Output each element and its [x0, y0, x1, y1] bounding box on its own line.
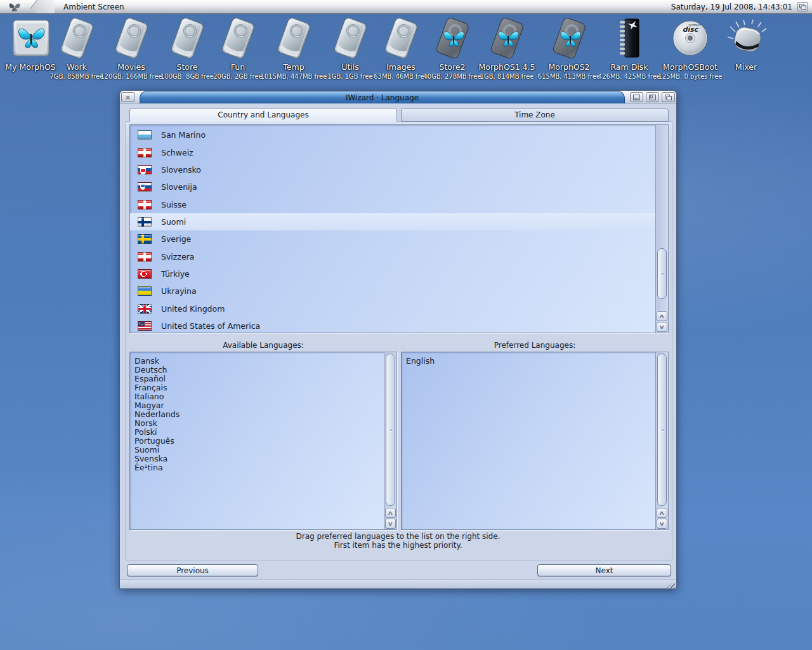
country-row-t-rkiye[interactable]: Türkiye	[130, 265, 655, 282]
language-item[interactable]: Español	[130, 375, 383, 383]
clock: Saturday, 19 Jul 2008, 14:43:01	[671, 3, 792, 11]
window-title-drag-area[interactable]: IWizard · Language	[140, 91, 625, 103]
usa-flag-icon	[138, 321, 152, 331]
desktop-icon-mixer[interactable]: Mixer	[698, 18, 794, 72]
available-scrollbar: ∧ ∨	[384, 352, 396, 529]
language-item[interactable]: English	[402, 357, 654, 366]
sweden-flag-icon	[138, 234, 152, 244]
country-row-suomi[interactable]: Suomi	[130, 213, 655, 230]
country-name: Ukrayina	[161, 286, 197, 296]
screen-title-bar[interactable]: Ambient Screen Saturday, 19 Jul 2008, 14…	[0, 0, 812, 14]
country-row-slovensko[interactable]: Slovensko	[130, 161, 655, 178]
swiss-flag-icon	[138, 200, 152, 209]
language-item[interactable]: Português	[130, 437, 383, 446]
turkey-flag-icon	[138, 269, 152, 279]
screen: Ambient Screen Saturday, 19 Jul 2008, 14…	[0, 0, 812, 650]
next-button[interactable]: Next	[537, 564, 671, 576]
scrollbar-thumb[interactable]	[657, 248, 667, 299]
scrollbar-track[interactable]	[657, 126, 667, 310]
country-name: Slovensko	[161, 165, 201, 175]
sanmarino-flag-icon	[138, 130, 152, 140]
swiss-flag-icon	[138, 252, 152, 262]
swiss-flag-icon	[138, 148, 152, 157]
drag-hint-line2: First item has the highest priority.	[120, 541, 676, 550]
language-item[interactable]: Magyar	[130, 401, 383, 410]
country-name: Suisse	[161, 200, 187, 209]
previous-button[interactable]: Previous	[127, 564, 258, 576]
country-name: Suomi	[161, 217, 186, 227]
close-icon[interactable]: ×	[121, 92, 134, 102]
country-row-svizzera[interactable]: Svizzera	[130, 248, 655, 265]
tab-label: Country and Languages	[218, 110, 308, 119]
tab-time-zone[interactable]: Time Zone	[401, 108, 669, 122]
preferred-languages-label: Preferred Languages:	[401, 341, 669, 350]
country-list: San MarinoSchweizSlovenskoSlovenijaSuiss…	[129, 124, 669, 333]
scrollbar-thumb[interactable]	[386, 354, 395, 506]
country-row-ukrayina[interactable]: Ukrayina	[130, 282, 655, 300]
country-row-united-kingdom[interactable]: United Kingdom	[130, 300, 655, 317]
language-item[interactable]: Italiano	[130, 392, 383, 401]
resize-gripper-icon[interactable]	[667, 581, 675, 588]
country-name: Sverige	[161, 234, 191, 244]
screenbar-divider	[29, 0, 55, 13]
country-name: United Kingdom	[161, 304, 225, 314]
language-item[interactable]: Deutsch	[130, 366, 383, 375]
country-row-san-marino[interactable]: San Marino	[130, 126, 655, 143]
country-row-united-states-of-america[interactable]: United States of America	[130, 317, 655, 333]
scroll-down-button[interactable]: ∨	[657, 322, 667, 332]
scrollbar-thumb[interactable]	[657, 354, 667, 506]
country-name: Türkiye	[161, 269, 190, 279]
tab-label: Time Zone	[514, 110, 555, 119]
iwizard-window: × IWizard · Language Country and Languag…	[119, 90, 677, 589]
available-languages-label: Available Languages:	[129, 341, 397, 350]
scrollbar-track[interactable]	[657, 353, 667, 507]
window-footer	[120, 580, 676, 588]
zoom-icon[interactable]	[646, 92, 659, 102]
scroll-up-button[interactable]: ∧	[385, 508, 396, 518]
country-name: San Marino	[161, 130, 206, 140]
language-item[interactable]: Dansk	[130, 357, 383, 366]
slovenia-flag-icon	[138, 182, 152, 192]
scroll-up-button[interactable]: ∧	[657, 508, 667, 518]
available-languages-list: DanskDeutschEspañolFrançaisItalianoMagya…	[129, 352, 397, 530]
language-item[interactable]: Polski	[130, 428, 383, 437]
language-item[interactable]: Norsk	[130, 419, 383, 428]
iconify-icon[interactable]	[630, 92, 643, 102]
icon-label: Mixer	[698, 62, 794, 72]
language-item[interactable]: Français	[130, 383, 383, 392]
country-name: Schweiz	[161, 148, 193, 157]
tab-country-and-languages[interactable]: Country and Languages	[129, 108, 397, 122]
country-name: Svizzera	[161, 252, 194, 262]
country-list-scrollbar: ∧ ∨	[655, 125, 668, 333]
slovakia-flag-icon	[138, 165, 152, 175]
screen-depth-gadget[interactable]	[797, 2, 808, 11]
country-row-schweiz[interactable]: Schweiz	[130, 143, 655, 161]
scroll-down-button[interactable]: ∨	[385, 519, 396, 529]
screen-title: Ambient Screen	[63, 3, 124, 11]
preferred-languages-list: English ∧ ∨	[401, 352, 669, 530]
depth-icon[interactable]	[662, 92, 675, 102]
finland-flag-icon	[138, 217, 152, 227]
scrollbar-track[interactable]	[385, 353, 396, 507]
language-item[interactable]: Suomi	[130, 446, 383, 454]
scroll-up-button[interactable]: ∧	[657, 311, 667, 321]
country-name: United States of America	[161, 321, 260, 331]
preferred-scrollbar: ∧ ∨	[655, 352, 668, 529]
country-row-slovenija[interactable]: Slovenija	[130, 178, 655, 196]
language-item[interactable]: Nederlands	[130, 410, 383, 419]
window-titlebar: × IWizard · Language	[120, 91, 676, 103]
country-row-suisse[interactable]: Suisse	[130, 196, 655, 213]
scroll-down-button[interactable]: ∨	[657, 519, 667, 529]
language-item[interactable]: Èe¹tina	[130, 463, 383, 472]
uk-flag-icon	[138, 304, 152, 314]
ambient-logo-icon	[0, 0, 29, 13]
language-item[interactable]: Svenska	[130, 454, 383, 463]
ukraine-flag-icon	[138, 286, 152, 296]
window-title: IWizard · Language	[346, 93, 419, 102]
icon-volume-info: 125MB, 0 bytes free	[643, 73, 738, 80]
drag-hint-line1: Drag preferred languages to the list on …	[120, 532, 676, 541]
country-row-sverige[interactable]: Sverige	[130, 230, 655, 248]
country-name: Slovenija	[161, 182, 197, 192]
knob-icon	[724, 18, 768, 60]
